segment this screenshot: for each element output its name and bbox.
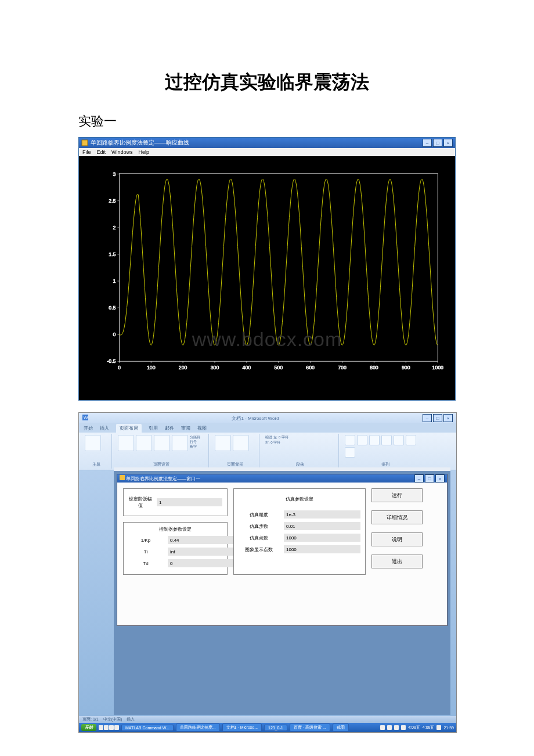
indent-right[interactable]: 右: 0 字符 [265, 440, 335, 445]
svg-text:-0.5: -0.5 [107, 358, 116, 364]
gui-close[interactable]: × [435, 474, 445, 483]
svg-text:600: 600 [306, 365, 315, 370]
themes-icon[interactable] [85, 435, 101, 451]
tab-ref[interactable]: 引用 [149, 425, 158, 431]
tab-mail[interactable]: 邮件 [165, 425, 174, 431]
td-input[interactable] [168, 559, 233, 567]
group-pagebg: 页面背景 [215, 462, 255, 467]
status-insert: 插入 [127, 717, 135, 722]
task-misc[interactable]: 123_0-1 [264, 725, 287, 731]
orientation-icon[interactable] [118, 435, 134, 451]
td-label: Td [128, 561, 163, 566]
tab-view[interactable]: 视图 [197, 425, 207, 431]
tray-icon[interactable] [436, 725, 441, 730]
tab-review[interactable]: 审阅 [181, 425, 190, 431]
group-themes: 主题 [85, 462, 108, 467]
step-size-label: 仿真步数 [239, 523, 279, 530]
word-minimize[interactable]: – [423, 414, 432, 422]
word-statusbar: 页面: 1/1 中文(中国) 插入 [79, 716, 456, 723]
minimize-button[interactable]: – [423, 139, 432, 147]
maximize-button[interactable]: □ [433, 139, 442, 147]
step-size-input[interactable] [284, 522, 360, 530]
group-pagesetup: 页面设置 [118, 462, 205, 467]
ti-input[interactable] [168, 548, 233, 556]
svg-text:1.5: 1.5 [109, 251, 116, 257]
svg-text:2.5: 2.5 [109, 198, 116, 204]
ql-icon[interactable] [104, 725, 109, 730]
task-word[interactable]: 文档1 - Microso... [222, 723, 262, 732]
run-button[interactable]: 运行 [371, 488, 423, 502]
task-browser[interactable]: 百度 - 高级搜索 ... [290, 723, 330, 732]
breaks-label[interactable]: 分隔符 [190, 435, 200, 440]
tray-time3: 21:59 [443, 726, 454, 730]
menu-file[interactable]: File [82, 149, 91, 155]
ql-icon[interactable] [109, 725, 114, 730]
watermark-icon[interactable] [215, 435, 231, 451]
tray-icon[interactable] [380, 725, 385, 730]
back-icon[interactable] [369, 435, 380, 445]
tab-layout[interactable]: 页面布局 [116, 424, 142, 433]
matlab-title: 单回路临界比例度法整定——响应曲线 [91, 139, 189, 147]
front-icon[interactable] [357, 435, 367, 445]
exit-button[interactable]: 退出 [371, 555, 423, 568]
display-points-input[interactable] [284, 545, 360, 553]
svg-text:200: 200 [179, 365, 187, 370]
tray-icon[interactable] [387, 725, 392, 730]
size-icon[interactable] [154, 435, 170, 451]
task-matlab[interactable]: MATLAB Command W... [121, 725, 174, 731]
start-button[interactable]: 开始 [81, 724, 96, 731]
precision-input[interactable] [284, 510, 360, 519]
svg-text:0: 0 [118, 365, 121, 370]
ribbon: 主题 分隔符 行号 断字 页面设置 [79, 433, 456, 470]
indent-left[interactable]: 缩进 左: 0 字符 [265, 435, 335, 440]
task-gui[interactable]: 单回路临界比例度... [176, 723, 220, 732]
gui-maximize[interactable]: □ [425, 474, 434, 483]
app-icon [81, 139, 88, 146]
svg-text:900: 900 [402, 365, 410, 370]
tray-icon[interactable] [394, 725, 399, 730]
menu-help[interactable]: Help [139, 149, 150, 155]
columns-icon[interactable] [172, 435, 188, 451]
step-input[interactable] [157, 498, 222, 506]
word-maximize[interactable]: □ [433, 414, 442, 422]
svg-text:1: 1 [113, 278, 116, 284]
help-button[interactable]: 说明 [371, 532, 423, 546]
word-icon: W [82, 415, 88, 420]
position-icon[interactable] [345, 435, 355, 445]
group-icon[interactable] [406, 435, 416, 445]
gui-titlebar[interactable]: 单回路临界比例度法整定——窗口一 – □ × [117, 474, 447, 483]
group-para: 段落 [265, 462, 335, 467]
plot-area: -0.5 0 0.5 1 1.5 2 2.5 3 0 100 200 [79, 156, 455, 400]
svg-text:2: 2 [113, 225, 116, 231]
wrap-icon[interactable] [381, 435, 392, 445]
align-icon[interactable] [394, 435, 404, 445]
svg-text:800: 800 [370, 365, 378, 370]
hyphen-label[interactable]: 断字 [190, 444, 200, 449]
tray-icon[interactable] [401, 725, 406, 730]
task-screenshot[interactable]: 截图 [333, 723, 349, 732]
gui-icon [120, 475, 125, 480]
svg-text:0.5: 0.5 [109, 305, 116, 311]
word-titlebar[interactable]: W 文档1 - Microsoft Word – □ × [79, 413, 456, 423]
matlab-titlebar[interactable]: 单回路临界比例度法整定——响应曲线 – □ × [79, 138, 455, 148]
linenums-label[interactable]: 行号 [190, 440, 200, 444]
points-input[interactable] [284, 534, 360, 542]
tab-insert[interactable]: 插入 [100, 425, 109, 431]
svg-text:1000: 1000 [432, 365, 443, 370]
pagecolor-icon[interactable] [233, 435, 249, 451]
menu-edit[interactable]: Edit [97, 149, 106, 155]
margins-icon[interactable] [136, 435, 152, 451]
menu-windows[interactable]: Windows [111, 149, 133, 155]
gui-window: 单回路临界比例度法整定——窗口一 – □ × 设定阶跃幅值 [117, 474, 448, 626]
ql-icon[interactable] [99, 725, 103, 730]
kp-input[interactable] [168, 536, 233, 544]
svg-rect-0 [82, 140, 88, 146]
gui-title: 单回路临界比例度法整定——窗口一 [126, 476, 200, 481]
details-button[interactable]: 详细情况 [371, 510, 423, 524]
word-close[interactable]: × [443, 414, 453, 422]
tab-home[interactable]: 开始 [84, 425, 93, 431]
ql-icon[interactable] [114, 725, 119, 730]
gui-minimize[interactable]: – [414, 474, 424, 483]
close-button[interactable]: × [443, 139, 453, 147]
rotate-icon[interactable] [345, 447, 355, 458]
